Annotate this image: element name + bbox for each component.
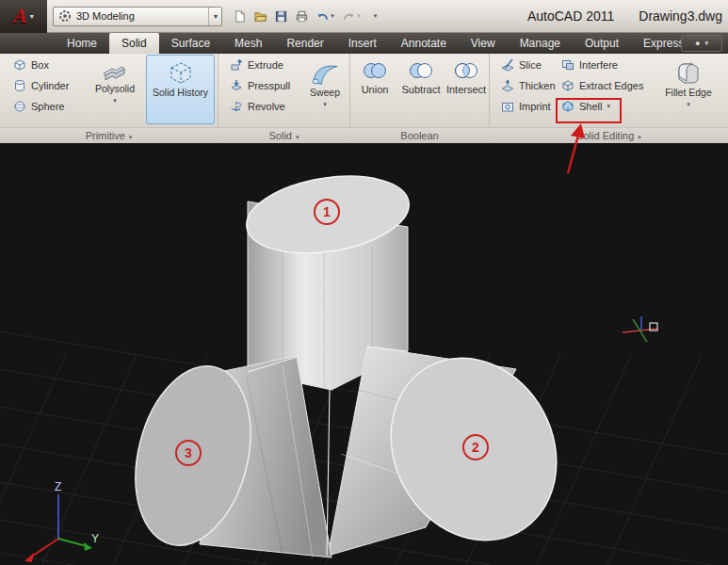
intersect-label: Intersect bbox=[446, 84, 486, 95]
tab-mesh[interactable]: Mesh bbox=[222, 33, 274, 54]
primitive-slideout-chevron-icon: ▾ bbox=[129, 134, 133, 140]
box-button[interactable]: Box bbox=[9, 56, 72, 74]
panel-label-primitive[interactable]: Primitive▾ bbox=[0, 127, 218, 143]
intersect-button[interactable]: Intersect bbox=[445, 56, 488, 95]
panel-label-boolean[interactable]: Boolean bbox=[350, 127, 489, 143]
undo-chevron-icon[interactable]: ▾ bbox=[331, 12, 334, 20]
cylinder-label: Cylinder bbox=[31, 80, 69, 91]
cylinder-left[interactable] bbox=[118, 354, 332, 557]
thicken-label: Thicken bbox=[519, 80, 556, 91]
imprint-label: Imprint bbox=[519, 101, 551, 112]
tab-output[interactable]: Output bbox=[573, 33, 631, 54]
polysolid-chevron-icon[interactable]: ▾ bbox=[113, 95, 117, 106]
cylinder-right[interactable] bbox=[328, 329, 588, 565]
solid-history-button[interactable]: Solid History bbox=[146, 55, 215, 124]
solid-editing-label-text: Solid Editing bbox=[576, 130, 634, 141]
new-file-icon bbox=[233, 9, 247, 24]
redo-icon bbox=[342, 9, 356, 24]
revolve-label: Revolve bbox=[248, 101, 285, 112]
subtract-icon bbox=[406, 61, 436, 80]
ribbon: Box Cylinder Sphere P bbox=[0, 54, 728, 143]
slice-label: Slice bbox=[519, 59, 542, 71]
open-folder-icon bbox=[253, 9, 267, 24]
workspace-chevron-icon[interactable]: ▾ bbox=[208, 8, 218, 25]
tab-annotate[interactable]: Annotate bbox=[389, 33, 459, 54]
ucs-z-label: Z bbox=[55, 480, 61, 493]
extrude-icon bbox=[229, 57, 244, 73]
app-menu-button[interactable]: A ▾ bbox=[0, 0, 47, 33]
tab-view[interactable]: View bbox=[459, 33, 508, 54]
drawing-viewport[interactable]: 1 2 3 Z Y bbox=[0, 143, 728, 565]
solid-editing-slideout-chevron-icon: ▾ bbox=[638, 134, 641, 140]
save-floppy-icon bbox=[274, 9, 288, 24]
tab-insert[interactable]: Insert bbox=[336, 33, 389, 54]
shell-icon bbox=[560, 99, 575, 114]
callout-1: 1 bbox=[323, 204, 331, 219]
thicken-icon bbox=[500, 78, 515, 93]
open-button[interactable] bbox=[251, 6, 269, 26]
workspace-selector[interactable]: 3D Modeling ▾ bbox=[53, 7, 222, 26]
tab-solid[interactable]: Solid bbox=[109, 33, 159, 54]
cylinder-button[interactable]: Cylinder bbox=[9, 76, 72, 95]
polysolid-button[interactable]: Polysolid ▾ bbox=[89, 56, 141, 106]
new-drawing-button[interactable] bbox=[230, 6, 249, 26]
sweep-chevron-icon[interactable]: ▾ bbox=[323, 99, 327, 110]
subtract-label: Subtract bbox=[402, 84, 441, 95]
fillet-edge-icon bbox=[673, 58, 704, 87]
union-button[interactable]: Union bbox=[354, 56, 396, 95]
ribbon-state-icon: ● bbox=[695, 40, 700, 48]
sweep-label: Sweep bbox=[310, 87, 340, 98]
shell-button[interactable]: Shell ▾ bbox=[558, 97, 646, 116]
plot-button[interactable] bbox=[292, 6, 311, 26]
app-title: AutoCAD 2011 bbox=[527, 8, 614, 24]
slice-button[interactable]: Slice bbox=[497, 56, 558, 74]
solid-model[interactable] bbox=[118, 166, 588, 565]
box-label: Box bbox=[31, 59, 49, 71]
fillet-edge-label: Fillet Edge bbox=[665, 87, 712, 98]
subtract-button[interactable]: Subtract bbox=[397, 56, 445, 95]
panel-label-solid[interactable]: Solid▾ bbox=[218, 127, 349, 143]
quick-access-toolbar: ▾ ▾ ▾ bbox=[230, 6, 384, 26]
panel-label-solid-editing[interactable]: Solid Editing▾ bbox=[490, 127, 728, 143]
box-icon bbox=[12, 57, 27, 73]
solid-label-text: Solid bbox=[269, 130, 292, 141]
tab-home[interactable]: Home bbox=[55, 33, 109, 54]
redo-button[interactable]: ▾ bbox=[339, 6, 364, 26]
polysolid-label: Polysolid bbox=[95, 83, 135, 94]
ribbon-minimize-chevron-icon: ▾ bbox=[704, 40, 708, 47]
fillet-edge-chevron-icon[interactable]: ▾ bbox=[687, 99, 690, 110]
imprint-icon bbox=[500, 99, 515, 114]
sphere-button[interactable]: Sphere bbox=[9, 97, 72, 116]
sweep-button[interactable]: Sweep ▾ bbox=[303, 56, 347, 110]
viewport-canvas[interactable]: 1 2 3 Z Y bbox=[0, 143, 728, 565]
boolean-label-text: Boolean bbox=[400, 130, 438, 141]
qat-menu-chevron-icon: ▾ bbox=[374, 12, 378, 20]
titlebar: A ▾ 3D Modeling ▾ bbox=[0, 0, 728, 33]
shell-chevron-icon[interactable]: ▾ bbox=[607, 103, 610, 110]
interfere-button[interactable]: Interfere bbox=[558, 56, 646, 74]
revolve-button[interactable]: Revolve bbox=[226, 97, 293, 116]
save-button[interactable] bbox=[271, 6, 290, 26]
redo-chevron-icon[interactable]: ▾ bbox=[357, 12, 361, 20]
slice-icon bbox=[500, 57, 515, 73]
extract-edges-label: Extract Edges bbox=[579, 80, 643, 91]
qat-menu-button[interactable]: ▾ bbox=[365, 6, 384, 26]
workspace-label: 3D Modeling bbox=[76, 10, 208, 22]
fillet-edge-button[interactable]: Fillet Edge ▾ bbox=[661, 56, 716, 110]
undo-button[interactable]: ▾ bbox=[313, 6, 337, 26]
presspull-button[interactable]: Presspull bbox=[226, 76, 293, 95]
panel-solid: Extrude Presspull Revolve bbox=[218, 54, 350, 127]
extract-edges-button[interactable]: Extract Edges bbox=[558, 76, 646, 95]
callout-3: 3 bbox=[185, 445, 192, 460]
interfere-icon bbox=[560, 57, 575, 73]
ribbon-tabbar: Home Solid Surface Mesh Render Insert An… bbox=[0, 33, 728, 54]
extrude-button[interactable]: Extrude bbox=[226, 56, 293, 74]
tab-manage[interactable]: Manage bbox=[508, 33, 573, 54]
imprint-button[interactable]: Imprint bbox=[497, 97, 558, 116]
tab-surface[interactable]: Surface bbox=[159, 33, 222, 54]
ucs-y-label: Y bbox=[91, 532, 99, 545]
thicken-button[interactable]: Thicken bbox=[497, 76, 558, 95]
tab-render[interactable]: Render bbox=[274, 33, 335, 54]
ribbon-minimize-control[interactable]: ● ▾ bbox=[681, 35, 722, 52]
autocad-logo: A bbox=[13, 4, 27, 28]
